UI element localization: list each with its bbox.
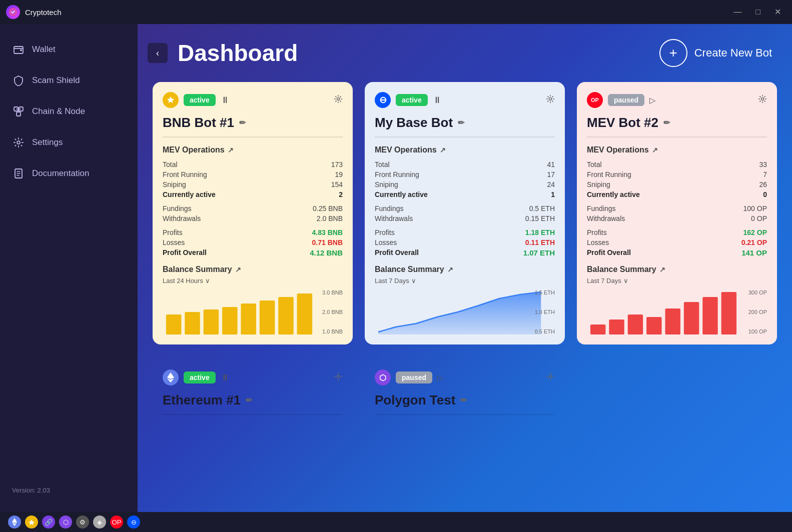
card-settings-base[interactable] xyxy=(546,94,555,106)
card-header-poly: ⬡ paused ▷ xyxy=(375,370,555,386)
stat-overall-bnb: Profit Overall4.12 BNB xyxy=(163,248,343,258)
stat-profits-bnb: Profits4.83 BNB xyxy=(163,228,343,238)
statusbar-icon-misc1: ◈ xyxy=(93,516,106,528)
status-badge-mev: paused xyxy=(608,94,644,106)
external-link-mev[interactable]: ↗ xyxy=(652,146,658,154)
bot-name-poly: Polygon Test ✏ xyxy=(375,392,555,415)
stat-losses-mev: Losses0.21 OP xyxy=(587,238,767,248)
external-link-base[interactable]: ↗ xyxy=(440,146,446,154)
sidebar-item-wallet[interactable]: Wallet xyxy=(0,34,138,65)
card-settings-mev[interactable] xyxy=(758,94,767,106)
stat-fundings-mev: Fundings100 OP xyxy=(587,204,767,214)
sidebar-item-documentation[interactable]: Documentation xyxy=(0,158,138,189)
bot-cards-grid: active ⏸ BNB Bot #1 ✏ MEV Operations ↗ xyxy=(138,77,792,360)
stat-losses-bnb: Losses0.71 BNB xyxy=(163,238,343,248)
bot-card-my-base-bot: ⊖ active ⏸ My Base Bot ✏ MEV Operations … xyxy=(365,82,565,344)
card-settings-eth[interactable] xyxy=(334,372,343,384)
edit-icon-eth[interactable]: ✏ xyxy=(246,396,252,405)
play-icon-mev[interactable]: ▷ xyxy=(649,96,655,105)
bot-card-polygon-test: ⬡ paused ▷ Polygon Test ✏ xyxy=(365,360,565,424)
svg-rect-21 xyxy=(609,320,624,334)
sidebar-item-chain-node[interactable]: Chain & Node xyxy=(0,96,138,127)
documentation-icon xyxy=(12,167,25,180)
chart-bnb: 3.0 BNB 2.0 BNB 1.0 BNB xyxy=(163,290,343,334)
mev-section-bnb: MEV Operations ↗ xyxy=(163,146,343,154)
stats-mev: Total33 Front Running7 Sniping26 Current… xyxy=(587,160,767,258)
close-button[interactable]: ✕ xyxy=(769,6,786,18)
chart-mev: 300 OP 200 OP 100 OP xyxy=(587,290,767,334)
poly-chain-icon: ⬡ xyxy=(375,370,391,386)
plus-icon: + xyxy=(669,45,677,61)
app-logo xyxy=(6,5,20,19)
op-chain-icon: OP xyxy=(587,92,603,108)
chevron-down-icon-mev: ∨ xyxy=(623,277,628,284)
edit-icon-mev[interactable]: ✏ xyxy=(663,118,670,128)
pause-icon-bnb[interactable]: ⏸ xyxy=(221,95,230,106)
svg-rect-11 xyxy=(185,312,200,334)
pause-icon-eth[interactable]: ⏸ xyxy=(221,372,230,383)
sidebar-item-scam-shield[interactable]: Scam Shield xyxy=(0,65,138,96)
pause-icon-base[interactable]: ⏸ xyxy=(433,95,442,106)
back-button[interactable]: ‹ xyxy=(148,43,168,63)
svg-marker-28 xyxy=(167,372,174,379)
card-header-eth: active ⏸ xyxy=(163,370,343,386)
balance-section-mev: Balance Summary ↗ Last 7 Days ∨ xyxy=(587,265,767,334)
balance-title-mev: Balance Summary ↗ xyxy=(587,265,767,274)
settings-icon xyxy=(12,136,25,149)
maximize-button[interactable]: □ xyxy=(750,6,765,18)
external-link-bnb[interactable]: ↗ xyxy=(228,146,234,154)
sidebar-chain-node-label: Chain & Node xyxy=(32,106,85,116)
version-label: Version: 2.03 xyxy=(0,478,138,502)
edit-icon-base[interactable]: ✏ xyxy=(458,118,464,128)
stat-frontrunning-base: Front Running17 xyxy=(375,170,555,180)
status-badge-eth: active xyxy=(184,372,216,384)
stat-frontrunning-bnb: Front Running19 xyxy=(163,170,343,180)
minimize-button[interactable]: — xyxy=(728,6,746,18)
page-title: Dashboard xyxy=(178,40,659,66)
svg-rect-17 xyxy=(297,294,312,334)
stat-active-mev: Currently active0 xyxy=(587,190,767,200)
svg-marker-32 xyxy=(12,518,17,523)
time-filter-bnb[interactable]: Last 24 Hours ∨ xyxy=(163,277,343,284)
stat-fundings-bnb: Fundings0.25 BNB xyxy=(163,204,343,214)
stats-bnb: Total173 Front Running19 Sniping154 Curr… xyxy=(163,160,343,258)
shield-icon xyxy=(12,74,25,87)
edit-icon-bnb[interactable]: ✏ xyxy=(239,118,246,128)
create-new-bot-button[interactable]: + Create New Bot xyxy=(659,39,772,67)
balance-external-base[interactable]: ↗ xyxy=(447,266,453,274)
svg-marker-8 xyxy=(167,96,174,103)
balance-external-bnb[interactable]: ↗ xyxy=(235,266,241,274)
svg-rect-2 xyxy=(20,50,22,51)
balance-external-mev[interactable]: ↗ xyxy=(659,266,665,274)
mev-section-mev: MEV Operations ↗ xyxy=(587,146,767,154)
sidebar-docs-label: Documentation xyxy=(32,168,89,178)
chain-node-icon xyxy=(12,105,25,118)
stat-profits-base: Profits1.18 ETH xyxy=(375,228,555,238)
sidebar: Wallet Scam Shield Chain & Node xyxy=(0,24,138,512)
sidebar-settings-label: Settings xyxy=(32,138,63,148)
sidebar-item-settings[interactable]: Settings xyxy=(0,127,138,158)
statusbar-icon-eth xyxy=(8,516,21,528)
card-header-bnb: active ⏸ xyxy=(163,92,343,108)
svg-rect-15 xyxy=(260,300,275,334)
statusbar-icon-op: OP xyxy=(110,516,123,528)
play-icon-poly[interactable]: ▷ xyxy=(437,373,443,382)
card-settings-bnb[interactable] xyxy=(334,94,343,106)
stat-losses-base: Losses0.11 ETH xyxy=(375,238,555,248)
status-badge-poly: paused xyxy=(396,372,432,384)
edit-icon-poly[interactable]: ✏ xyxy=(460,396,467,405)
svg-marker-33 xyxy=(12,522,17,526)
dashboard-header: ‹ Dashboard + Create New Bot xyxy=(138,24,792,77)
stat-frontrunning-mev: Front Running7 xyxy=(587,170,767,180)
bot-name-mev: MEV Bot #2 ✏ xyxy=(587,115,767,138)
svg-rect-27 xyxy=(721,292,736,334)
svg-point-18 xyxy=(549,98,552,100)
time-filter-mev[interactable]: Last 7 Days ∨ xyxy=(587,277,767,284)
stat-withdrawals-bnb: Withdrawals2.0 BNB xyxy=(163,214,343,224)
card-settings-poly[interactable] xyxy=(546,372,555,384)
content-area: ‹ Dashboard + Create New Bot active ⏸ xyxy=(138,24,792,512)
time-filter-base[interactable]: Last 7 Days ∨ xyxy=(375,277,555,284)
card-header-base: ⊖ active ⏸ xyxy=(375,92,555,108)
svg-rect-13 xyxy=(222,307,237,334)
svg-rect-14 xyxy=(241,304,256,334)
